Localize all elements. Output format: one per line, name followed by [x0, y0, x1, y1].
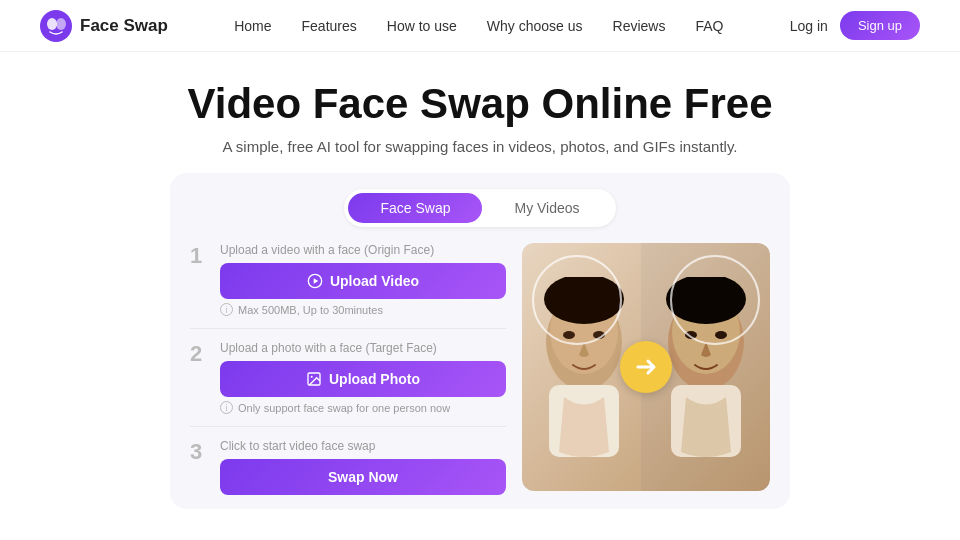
hero-subtitle: A simple, free AI tool for swapping face… [20, 138, 940, 155]
tool-body: 1 Upload a video with a face (Origin Fac… [190, 243, 770, 495]
step-2-hint: i Only support face swap for one person … [220, 401, 506, 414]
step-2: 2 Upload a photo with a face (Target Fac… [190, 341, 506, 414]
nav-home[interactable]: Home [234, 18, 271, 34]
navbar: Face Swap Home Features How to use Why c… [0, 0, 960, 52]
swap-now-button[interactable]: Swap Now [220, 459, 506, 495]
svg-point-6 [311, 376, 313, 378]
step-1: 1 Upload a video with a face (Origin Fac… [190, 243, 506, 316]
play-icon [307, 273, 323, 289]
step-3: 3 Click to start video face swap Swap No… [190, 439, 506, 495]
step-2-number: 2 [190, 343, 210, 365]
nav-how-to-use[interactable]: How to use [387, 18, 457, 34]
tab-wrapper: Face Swap My Videos [344, 189, 615, 227]
info-icon-2: i [220, 401, 233, 414]
step-1-content: Upload a video with a face (Origin Face)… [220, 243, 506, 316]
nav-features[interactable]: Features [302, 18, 357, 34]
face-preview-panel [522, 243, 770, 491]
hero-title: Video Face Swap Online Free [20, 80, 940, 128]
steps-column: 1 Upload a video with a face (Origin Fac… [190, 243, 506, 495]
svg-point-10 [593, 331, 605, 339]
arrow-svg [632, 353, 660, 381]
tool-container: Face Swap My Videos 1 Upload a video wit… [170, 173, 790, 509]
step-3-number: 3 [190, 441, 210, 463]
step-3-label: Click to start video face swap [220, 439, 506, 453]
nav-links: Home Features How to use Why choose us R… [234, 17, 723, 35]
step-3-content: Click to start video face swap Swap Now [220, 439, 506, 495]
login-button[interactable]: Log in [790, 18, 828, 34]
tab-face-swap[interactable]: Face Swap [348, 193, 482, 223]
step-2-label: Upload a photo with a face (Target Face) [220, 341, 506, 355]
swap-arrow-icon [620, 341, 672, 393]
step-2-content: Upload a photo with a face (Target Face)… [220, 341, 506, 414]
tabs: Face Swap My Videos [190, 189, 770, 227]
logo-icon [40, 10, 72, 42]
svg-point-15 [685, 331, 697, 339]
nav-reviews[interactable]: Reviews [613, 18, 666, 34]
image-icon [306, 371, 322, 387]
upload-photo-button[interactable]: Upload Photo [220, 361, 506, 397]
divider-1 [190, 328, 506, 329]
logo-text: Face Swap [80, 16, 168, 36]
svg-point-9 [563, 331, 575, 339]
svg-point-2 [56, 18, 66, 30]
nav-auth: Log in Sign up [790, 11, 920, 40]
hero-section: Video Face Swap Online Free A simple, fr… [0, 52, 960, 173]
nav-why-choose[interactable]: Why choose us [487, 18, 583, 34]
nav-faq[interactable]: FAQ [695, 18, 723, 34]
divider-2 [190, 426, 506, 427]
svg-marker-4 [314, 279, 319, 284]
svg-point-1 [47, 18, 57, 30]
logo[interactable]: Face Swap [40, 10, 168, 42]
tab-my-videos[interactable]: My Videos [482, 193, 611, 223]
step-1-hint: i Max 500MB, Up to 30minutes [220, 303, 506, 316]
info-icon-1: i [220, 303, 233, 316]
step-1-number: 1 [190, 245, 210, 267]
step-1-label: Upload a video with a face (Origin Face) [220, 243, 506, 257]
face-preview-image [522, 243, 770, 491]
upload-video-button[interactable]: Upload Video [220, 263, 506, 299]
signup-button[interactable]: Sign up [840, 11, 920, 40]
svg-point-16 [715, 331, 727, 339]
